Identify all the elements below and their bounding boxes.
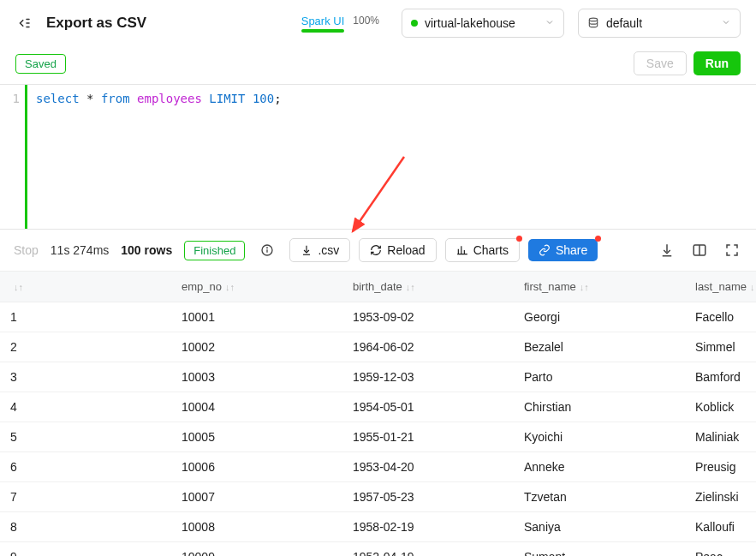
table-row[interactable]: 2100021964-06-02BezalelSimmel <box>0 332 756 362</box>
database-name: default <box>606 16 642 30</box>
table-header: ↓↑ emp_no↓↑ birth_date↓↑ first_name↓↑ la… <box>0 272 756 302</box>
reload-button[interactable]: Reload <box>359 238 436 262</box>
spark-percent: 100% <box>353 15 379 27</box>
stop-button[interactable]: Stop <box>14 243 39 257</box>
sort-icon[interactable]: ↓↑ <box>750 282 756 292</box>
table-row[interactable]: 7100071957-05-23TzvetanZielinski <box>0 482 756 512</box>
charts-label: Charts <box>473 243 509 257</box>
reload-icon <box>370 244 382 256</box>
reload-label: Reload <box>387 243 425 257</box>
cell-last_name: Zielinski <box>685 482 756 512</box>
col-birth_date[interactable]: birth_date↓↑ <box>342 272 514 302</box>
cell-last_name: Preusig <box>685 452 756 482</box>
cell-first_name: Chirstian <box>514 392 685 422</box>
col-last_name[interactable]: last_name↓↑ <box>685 272 756 302</box>
notification-dot-icon <box>516 236 522 242</box>
svg-point-0 <box>589 18 597 21</box>
cell-first_name: Bezalel <box>514 332 685 362</box>
results-toolbar: Stop 11s 274ms 100 rows Finished .csv Re… <box>0 230 756 272</box>
database-select[interactable]: default <box>578 9 741 38</box>
cell-last_name: Bamford <box>685 362 756 392</box>
cell-birth_date: 1958-02-19 <box>342 512 514 542</box>
fullscreen-icon[interactable] <box>722 240 742 260</box>
save-button[interactable]: Save <box>634 51 687 75</box>
table-row[interactable]: 4100041954-05-01ChirstianKoblick <box>0 392 756 422</box>
cell-last_name: Peac <box>685 542 756 557</box>
cell-n: 9 <box>0 542 171 557</box>
cell-birth_date: 1953-04-20 <box>342 452 514 482</box>
cell-birth_date: 1955-01-21 <box>342 422 514 452</box>
collapse-panel-icon[interactable] <box>15 15 33 32</box>
csv-label: .csv <box>318 243 339 257</box>
spark-status[interactable]: Spark UI 100% <box>301 15 379 33</box>
link-icon <box>539 244 551 256</box>
cell-birth_date: 1952-04-19 <box>342 542 514 557</box>
table-row[interactable]: 8100081958-02-19SaniyaKalloufi <box>0 512 756 542</box>
sql-editor[interactable]: 1 select * from employees LIMIT 100; <box>0 84 756 230</box>
header-bar: Export as CSV Spark UI 100% virtual-lake… <box>0 0 756 46</box>
editor-code[interactable]: select * from employees LIMIT 100; <box>27 85 290 229</box>
col-emp_no[interactable]: emp_no↓↑ <box>171 272 342 302</box>
token-number: 100 <box>245 92 274 105</box>
results-table: ↓↑ emp_no↓↑ birth_date↓↑ first_name↓↑ la… <box>0 272 756 556</box>
download-all-icon[interactable] <box>657 240 677 260</box>
table-row[interactable]: 1100011953-09-02GeorgiFacello <box>0 302 756 332</box>
table-row[interactable]: 6100061953-04-20AnnekePreusig <box>0 452 756 482</box>
table-row[interactable]: 3100031959-12-03PartoBamford <box>0 362 756 392</box>
share-button[interactable]: Share <box>528 239 598 261</box>
cell-first_name: Tzvetan <box>514 482 685 512</box>
col-first_name[interactable]: first_name↓↑ <box>514 272 685 302</box>
sort-icon[interactable]: ↓↑ <box>225 282 235 292</box>
sort-icon[interactable]: ↓↑ <box>14 282 23 292</box>
charts-button[interactable]: Charts <box>445 238 520 262</box>
table-body: 1100011953-09-02GeorgiFacello2100021964-… <box>0 302 756 557</box>
download-csv-button[interactable]: .csv <box>289 238 350 262</box>
token-keyword: select <box>36 92 80 105</box>
sort-icon[interactable]: ↓↑ <box>406 282 415 292</box>
cell-n: 2 <box>0 332 171 362</box>
cell-n: 1 <box>0 302 171 332</box>
cell-emp_no: 10002 <box>171 332 342 362</box>
col-index[interactable]: ↓↑ <box>0 272 171 302</box>
editor-gutter: 1 <box>0 85 27 229</box>
cell-last_name: Facello <box>685 302 756 332</box>
cell-first_name: Georgi <box>514 302 685 332</box>
token-ident: employees <box>130 92 210 105</box>
cell-n: 4 <box>0 392 171 422</box>
cell-n: 8 <box>0 512 171 542</box>
cell-n: 6 <box>0 452 171 482</box>
database-icon <box>587 17 599 29</box>
cell-emp_no: 10007 <box>171 482 342 512</box>
download-icon <box>301 244 313 256</box>
spark-ui-link[interactable]: Spark UI <box>301 15 345 27</box>
share-label: Share <box>556 243 587 257</box>
action-bar: Saved Save Run <box>0 46 756 84</box>
status-dot-icon <box>411 20 418 27</box>
chevron-down-icon <box>545 16 555 30</box>
token: ; <box>274 92 281 105</box>
connection-select[interactable]: virtual-lakehouse <box>402 9 564 38</box>
elapsed-time: 11s 274ms <box>51 243 109 257</box>
connection-name: virtual-lakehouse <box>425 16 515 30</box>
status-finished-badge: Finished <box>184 241 245 260</box>
table-row[interactable]: 5100051955-01-21KyoichiMaliniak <box>0 422 756 452</box>
cell-first_name: Kyoichi <box>514 422 685 452</box>
panel-layout-icon[interactable] <box>689 240 710 260</box>
run-button[interactable]: Run <box>693 51 741 75</box>
info-icon[interactable] <box>257 240 277 260</box>
cell-emp_no: 10003 <box>171 362 342 392</box>
chevron-down-icon <box>721 16 731 30</box>
chart-icon <box>456 244 468 256</box>
cell-emp_no: 10008 <box>171 512 342 542</box>
notification-dot-icon <box>595 236 601 242</box>
cell-emp_no: 10004 <box>171 392 342 422</box>
cell-emp_no: 10006 <box>171 452 342 482</box>
cell-n: 5 <box>0 422 171 452</box>
cell-birth_date: 1954-05-01 <box>342 392 514 422</box>
cell-last_name: Kalloufi <box>685 512 756 542</box>
line-number: 1 <box>13 92 20 105</box>
table-row[interactable]: 9100091952-04-19SumantPeac <box>0 542 756 557</box>
sort-icon[interactable]: ↓↑ <box>580 282 589 292</box>
cell-birth_date: 1953-09-02 <box>342 302 514 332</box>
cell-n: 3 <box>0 362 171 392</box>
